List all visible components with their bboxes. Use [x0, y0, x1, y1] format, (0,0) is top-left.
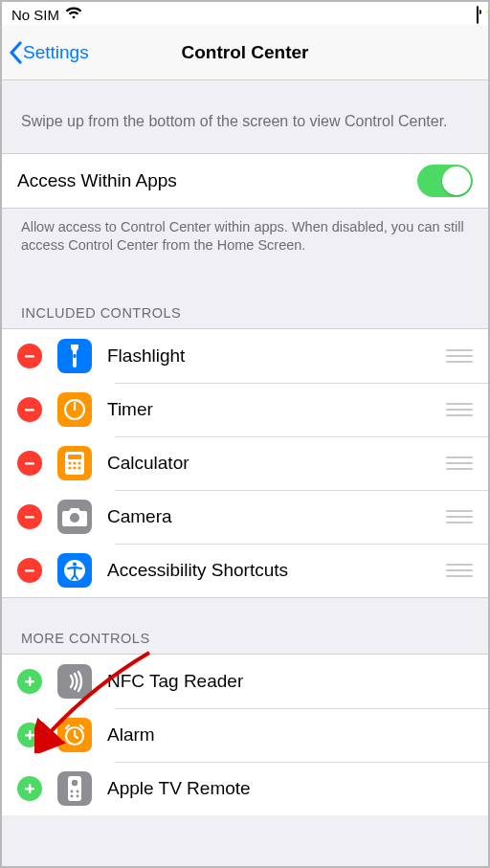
drag-handle[interactable]	[446, 346, 473, 366]
control-label: Timer	[107, 399, 436, 420]
control-label: Accessibility Shortcuts	[107, 560, 436, 581]
flashlight-icon	[57, 339, 92, 373]
svg-rect-13	[25, 516, 34, 518]
control-label: NFC Tag Reader	[107, 671, 473, 692]
svg-rect-2	[25, 409, 34, 411]
calculator-icon	[57, 446, 92, 480]
svg-point-11	[73, 466, 76, 469]
status-carrier: No SIM	[11, 7, 59, 23]
svg-point-14	[70, 513, 79, 523]
add-button[interactable]	[17, 723, 42, 747]
svg-rect-4	[25, 462, 34, 464]
remove-button[interactable]	[17, 344, 42, 368]
wifi-icon	[65, 7, 82, 23]
svg-rect-6	[68, 455, 81, 459]
access-footer: Allow access to Control Center within ap…	[2, 209, 488, 273]
more-control-row: NFC Tag Reader	[2, 655, 488, 708]
svg-point-8	[73, 461, 76, 464]
camera-icon	[57, 500, 92, 534]
remote-icon	[57, 771, 92, 806]
svg-point-26	[72, 780, 78, 786]
access-toggle[interactable]	[417, 165, 473, 197]
svg-rect-21	[25, 734, 34, 736]
alarm-icon	[57, 718, 92, 752]
battery-icon: ⚡	[477, 7, 479, 23]
svg-point-30	[77, 794, 79, 797]
remove-button[interactable]	[17, 451, 42, 476]
control-label: Apple TV Remote	[107, 778, 473, 799]
more-header: More Controls	[2, 598, 488, 654]
svg-point-28	[77, 790, 79, 792]
svg-rect-24	[25, 788, 34, 790]
add-button[interactable]	[17, 776, 42, 801]
svg-rect-15	[25, 569, 34, 571]
included-control-row: Camera	[2, 490, 488, 544]
nav-bar: Settings Control Center	[2, 25, 488, 80]
back-button[interactable]: Settings	[2, 41, 89, 64]
access-within-apps-row: Access Within Apps	[2, 154, 488, 208]
intro-text: Swipe up from the bottom of the screen t…	[2, 80, 488, 153]
svg-point-29	[71, 794, 74, 797]
svg-rect-19	[25, 680, 34, 682]
drag-handle[interactable]	[446, 454, 473, 473]
more-control-row: Alarm	[2, 708, 488, 762]
svg-rect-0	[25, 355, 34, 357]
status-bar: No SIM ⚡	[2, 2, 488, 25]
control-label: Flashlight	[107, 345, 436, 367]
chevron-left-icon	[8, 41, 23, 64]
remove-button[interactable]	[17, 504, 42, 529]
timer-icon	[57, 392, 92, 427]
drag-handle[interactable]	[446, 561, 473, 580]
svg-point-17	[73, 562, 77, 566]
access-label: Access Within Apps	[17, 170, 417, 191]
nfc-icon	[57, 664, 92, 699]
control-label: Camera	[107, 506, 436, 527]
included-control-row: Accessibility Shortcuts	[2, 544, 488, 597]
included-header: Included Controls	[2, 273, 488, 328]
add-button[interactable]	[17, 669, 42, 694]
control-label: Calculator	[107, 453, 436, 474]
more-control-row: Apple TV Remote	[2, 762, 488, 815]
access-icon	[57, 553, 92, 588]
svg-point-9	[78, 461, 80, 464]
remove-button[interactable]	[17, 397, 42, 422]
control-label: Alarm	[107, 724, 473, 746]
svg-point-27	[71, 790, 74, 792]
svg-point-7	[68, 461, 71, 464]
remove-button[interactable]	[17, 558, 42, 583]
svg-rect-1	[74, 354, 77, 358]
included-control-row: Flashlight	[2, 329, 488, 383]
svg-point-10	[68, 466, 71, 469]
back-label: Settings	[23, 42, 89, 63]
included-control-row: Calculator	[2, 436, 488, 490]
included-control-row: Timer	[2, 383, 488, 436]
svg-point-12	[78, 466, 80, 469]
drag-handle[interactable]	[446, 507, 473, 526]
drag-handle[interactable]	[446, 400, 473, 419]
